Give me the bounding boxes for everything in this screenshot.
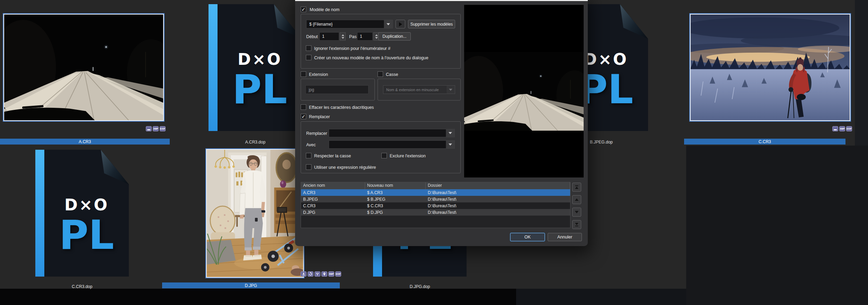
chevron-down-icon[interactable] xyxy=(446,129,454,137)
xmp-badge: XMP xyxy=(328,271,334,277)
filename-c-dop[interactable]: C.CR3.dop xyxy=(35,284,129,289)
woman-interior-photo xyxy=(207,150,303,277)
case-label[interactable]: Casse xyxy=(386,72,398,77)
exclude-extension-checkbox[interactable] xyxy=(381,153,387,158)
cell-folder: D:\Bureau\Test\ xyxy=(426,203,570,208)
cancel-button[interactable]: Annuler xyxy=(548,233,582,241)
chevron-down-icon[interactable] xyxy=(446,141,454,148)
table-row[interactable]: C.CR3 $ C.CR3 D:\Bureau\Test\ xyxy=(301,202,570,209)
name-template-checkbox[interactable]: ✓ xyxy=(301,7,306,12)
insert-token-button[interactable] xyxy=(396,20,405,28)
step-spinner[interactable]: 1 xyxy=(357,32,379,41)
filename-d-jpg[interactable]: D.JPG xyxy=(162,282,340,288)
match-case-checkbox[interactable] xyxy=(306,153,311,158)
chevron-down-icon[interactable] xyxy=(384,20,392,28)
name-template-label[interactable]: Modèle de nom xyxy=(310,7,339,12)
status-badge xyxy=(832,126,838,131)
move-to-bottom-icon xyxy=(575,223,579,227)
move-to-top-icon xyxy=(575,185,579,189)
winter-hiker-photo xyxy=(691,15,850,120)
start-spinner[interactable]: 1 xyxy=(319,32,346,41)
case-checkbox[interactable] xyxy=(378,71,383,77)
cell-old-name: C.CR3 xyxy=(301,203,365,208)
filename-c-cr3[interactable]: C.CR3 xyxy=(684,139,845,145)
with-combobox[interactable] xyxy=(329,140,455,149)
portrait-badge xyxy=(301,271,307,277)
cell-new-name: $ D.JPG xyxy=(365,210,426,215)
pl-icon-stripe xyxy=(35,150,44,277)
bottom-strip-left xyxy=(0,289,516,305)
thumbnail-c-badges: XMP EXIF xyxy=(832,126,852,131)
move-up-icon xyxy=(575,198,579,202)
extension-label[interactable]: Extension xyxy=(309,72,328,77)
cell-old-name: D.JPG xyxy=(301,210,365,215)
step-value[interactable]: 1 xyxy=(357,32,373,41)
regex-label[interactable]: Utiliser une expression régulière xyxy=(314,165,376,170)
filename-a-dop[interactable]: A.CR3.dop xyxy=(209,139,302,145)
move-down-button[interactable] xyxy=(572,208,581,217)
column-header-new-name[interactable]: Nouveau nom xyxy=(365,182,426,189)
pl-logo: PL xyxy=(218,69,302,110)
xmp-badge: XMP xyxy=(153,126,159,131)
replace-combobox[interactable] xyxy=(329,129,455,137)
table-row[interactable]: A.CR3 $ A.CR3 D:\Bureau\Test\ xyxy=(301,189,570,196)
cell-old-name: A.CR3 xyxy=(301,190,365,195)
chevron-down-icon xyxy=(446,86,455,94)
pl-logo: PL xyxy=(44,214,129,256)
spinner-arrows[interactable] xyxy=(340,32,346,41)
start-value[interactable]: 1 xyxy=(319,32,339,41)
dop-file-icon-a[interactable]: D×O PL xyxy=(209,4,302,131)
regex-checkbox[interactable] xyxy=(306,164,311,170)
table-row[interactable]: B.JPEG $ B.JPEG D:\Bureau\Test\ xyxy=(301,196,570,202)
xmp-badge: XMP xyxy=(839,126,845,131)
thumbnail-a-badges: XMP EXIF xyxy=(146,126,166,131)
image-preview-pane xyxy=(464,5,584,177)
exclude-extension-label[interactable]: Exclure l'extension xyxy=(390,154,426,158)
exif-badge: EXIF xyxy=(846,126,852,131)
filename-a-cr3[interactable]: A.CR3 xyxy=(0,139,170,145)
case-value: Nom & extension en minuscule xyxy=(383,86,446,94)
case-combobox: Nom & extension en minuscule xyxy=(383,85,455,94)
extension-checkbox[interactable] xyxy=(301,71,306,77)
diacritics-label[interactable]: Effacer les caractères diacritiques xyxy=(309,105,374,110)
thumbnail-a-cr3[interactable] xyxy=(3,13,165,122)
column-header-old-name[interactable]: Ancien nom xyxy=(301,182,365,189)
step-label: Pas xyxy=(349,34,357,39)
match-case-label[interactable]: Respecter la casse xyxy=(314,154,351,158)
thumbnail-c-cr3[interactable] xyxy=(689,13,851,122)
move-up-button[interactable] xyxy=(572,195,581,204)
move-to-bottom-button[interactable] xyxy=(572,220,581,229)
rename-table-header: Ancien nom Nouveau nom Dossier xyxy=(301,182,570,189)
rename-table: Ancien nom Nouveau nom Dossier A.CR3 $ A… xyxy=(301,182,570,228)
play-icon xyxy=(399,22,402,26)
cell-folder: D:\Bureau\Test\ xyxy=(426,210,570,215)
status-badge xyxy=(146,126,152,131)
ignore-extension-checkbox[interactable] xyxy=(306,45,311,51)
dop-file-icon-c[interactable]: D×O PL xyxy=(35,150,129,277)
create-template-label[interactable]: Créer un nouveau modèle de nom à l'ouver… xyxy=(314,55,428,60)
extension-input[interactable]: jpg xyxy=(305,85,369,94)
start-label: Début xyxy=(306,34,318,39)
with-label: Avec xyxy=(306,142,316,147)
diacritics-checkbox[interactable] xyxy=(301,104,306,110)
ok-button[interactable]: OK xyxy=(510,233,545,241)
thumbnail-d-jpg[interactable] xyxy=(205,148,304,278)
template-combobox[interactable]: $ {Filename} xyxy=(306,20,393,28)
delete-templates-button[interactable]: Supprimer les modèles xyxy=(408,20,455,28)
replace-label[interactable]: Remplacer xyxy=(309,114,330,119)
replace-checkbox[interactable]: ✓ xyxy=(301,114,306,119)
table-row[interactable]: D.JPG $ D.JPG D:\Bureau\Test\ xyxy=(301,209,570,216)
ignore-extension-label[interactable]: Ignorer l'extension pour l'énumérateur # xyxy=(314,46,390,51)
move-to-top-button[interactable] xyxy=(572,183,581,192)
duplication-button[interactable]: Duplication... xyxy=(378,32,411,41)
move-down-icon xyxy=(575,210,579,214)
check-icon: ✓ xyxy=(301,7,305,12)
corrections-badge xyxy=(315,271,320,277)
night-road-photo xyxy=(4,15,163,120)
column-header-folder[interactable]: Dossier xyxy=(426,182,570,189)
processing-badge xyxy=(308,271,313,277)
cell-new-name: $ B.JPEG xyxy=(365,197,426,202)
filename-d-dop[interactable]: D.JPG.dop xyxy=(373,284,467,289)
create-template-checkbox[interactable] xyxy=(306,55,311,60)
folded-corner xyxy=(101,150,129,184)
